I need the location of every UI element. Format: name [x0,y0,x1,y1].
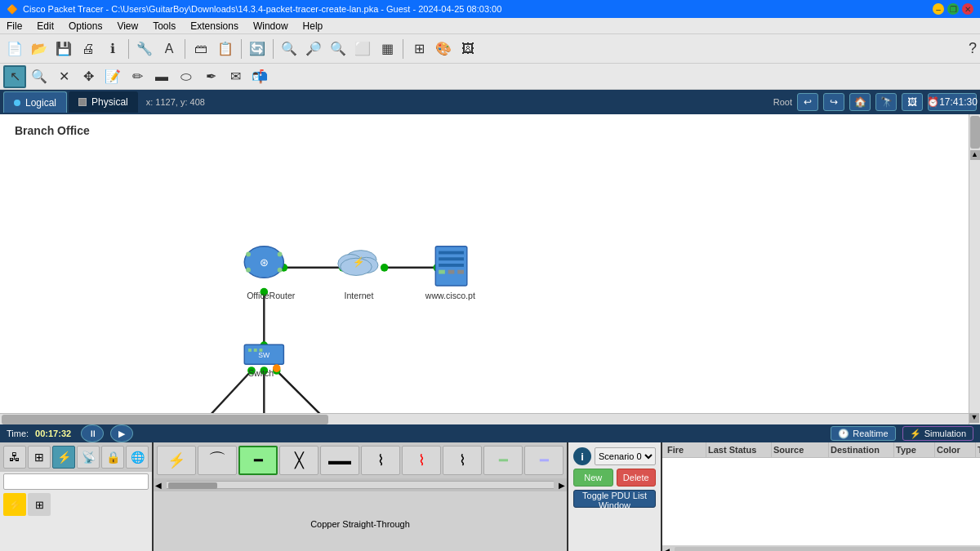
fiber-btn[interactable]: ━ [483,446,523,475]
back-button[interactable]: ↩ [797,93,818,111]
envelope-tool[interactable]: ✉ [224,65,247,88]
phone-btn[interactable]: ⌇ [443,446,482,475]
routers-btn[interactable]: 🖧 [3,446,26,469]
hubs-btn[interactable]: ⚡ [52,446,75,469]
inspect-icon[interactable]: 🔧 [133,38,156,60]
menu-file[interactable]: File [3,20,25,33]
save-icon[interactable]: 💾 [52,38,75,60]
zoom-icon[interactable]: 🔍 [327,38,350,60]
grid-layout-btn[interactable]: ⊞ [28,493,51,516]
pdu-icon[interactable]: 📋 [214,38,237,60]
new-file-icon[interactable]: 📄 [3,38,26,60]
menu-window[interactable]: Window [250,20,292,33]
cable-scroll-track [167,481,554,489]
horizontal-scrollbar[interactable] [0,413,969,424]
security-btn[interactable]: 🔒 [101,446,124,469]
cable-scroll-thumb[interactable] [168,482,217,489]
text-icon[interactable]: A [158,38,180,60]
delete-tool[interactable]: ✕ [52,65,75,88]
zoom-in-icon[interactable]: 🔍 [278,38,301,60]
wan-btn[interactable]: 🌐 [126,446,149,469]
search-tool[interactable]: 🔍 [28,65,51,88]
serial-dce-btn[interactable]: ⌇ [361,446,400,475]
console-cable-btn[interactable]: ⌒ [198,446,237,475]
scroll-right-btn[interactable]: ▶ [557,479,567,491]
lightning-bolt-btn[interactable]: ⚡ [3,493,26,516]
grid-icon[interactable]: ⊞ [408,38,430,60]
info-icon[interactable]: ℹ [101,38,124,60]
note-tool[interactable]: 📝 [101,65,124,88]
device-search-input[interactable] [3,473,149,490]
scenario-delete-btn[interactable]: Delete [617,469,657,487]
root-label: Root [773,97,792,107]
svg-rect-36 [448,270,455,274]
move-tool[interactable]: ✥ [77,65,100,88]
menu-help[interactable]: Help [300,20,327,33]
menu-tools[interactable]: Tools [149,20,179,33]
maximize-button[interactable]: ❐ [947,3,959,15]
horizontal-scrollbar-thumb[interactable] [2,415,328,424]
cluster-icon[interactable]: 🗃 [189,38,212,60]
zoom-out-icon[interactable]: 🔎 [302,38,325,60]
help-icon[interactable]: ? [969,40,977,57]
tab-logical[interactable]: Logical [3,91,67,113]
rollover-btn[interactable]: ▬▬ [320,446,359,475]
auto-cable-btn[interactable]: ⚡ [157,446,196,475]
crossover-btn[interactable]: ╳ [279,446,318,475]
svg-rect-35 [439,270,445,274]
tab-right-section: Root ↩ ↪ 🏠 🔭 🖼 ⏰ 17:41:30 [773,93,977,111]
usb-btn[interactable]: ━ [524,446,564,475]
menu-options[interactable]: Options [65,20,105,33]
serial-dte-btn[interactable]: ⌇ [402,446,441,475]
toggle-pdu-btn[interactable]: Toggle PDU List Window [573,490,656,508]
network-canvas[interactable]: Branch Office [0,114,969,413]
palette-icon[interactable]: 🎨 [432,38,455,60]
pencil-tool[interactable]: ✒ [199,65,222,88]
main-canvas-area[interactable]: ▲ ▼ Branch Office [0,114,980,424]
refresh-icon[interactable]: 🔄 [246,38,269,60]
col-color: Color [935,442,976,457]
straight-through-btn[interactable]: ━ [238,446,278,475]
open-file-icon[interactable]: 📂 [28,38,51,60]
home-button[interactable]: 🏠 [849,93,871,111]
scrollbar-thumb[interactable] [970,116,980,149]
menu-view[interactable]: View [114,20,141,33]
wireless-btn[interactable]: 📡 [77,446,100,469]
minimize-button[interactable]: – [933,3,944,15]
step-button[interactable]: ▶ [110,424,133,442]
select-tool[interactable]: ↖ [3,65,26,88]
print-icon[interactable]: 🖨 [77,38,100,60]
switches-btn[interactable]: ⊞ [28,446,51,469]
forward-button[interactable]: ↪ [823,93,844,111]
svg-point-23 [278,268,283,273]
cable-scroll[interactable]: ◀ ▶ [154,478,567,491]
simulation-button[interactable]: ⚡ Simulation [902,426,973,441]
draw-tool[interactable]: ✏ [126,65,149,88]
scroll-down-btn[interactable]: ▼ [969,413,979,423]
device-panel: 🖧 ⊞ ⚡ 📡 🔒 🌐 ⚡ ⊞ [0,442,154,551]
menu-edit[interactable]: Edit [33,20,57,33]
scenario-new-btn[interactable]: New [573,469,613,487]
realtime-button[interactable]: 🕐 Realtime [831,426,895,441]
pdu-tool[interactable]: 📬 [248,65,271,88]
event-scroll-track[interactable] [675,547,980,551]
scenario-icon[interactable]: 🖼 [457,38,479,60]
scenario-info-btn[interactable]: i [573,447,591,465]
event-scroll-left[interactable]: ◀ [662,545,671,551]
image-button[interactable]: 🖼 [902,93,923,111]
zoom-button[interactable]: 🔭 [875,93,897,111]
vertical-scrollbar[interactable]: ▲ ▼ [969,114,980,424]
oval-tool[interactable]: ⬭ [175,65,198,88]
col-destination: Destination [829,442,894,457]
tab-physical[interactable]: Physical [69,91,138,113]
scroll-up-btn[interactable]: ▲ [970,150,980,160]
title-bar: 🔶 Cisco Packet Tracer - C:\Users\GuitarB… [0,0,980,18]
scroll-left-btn[interactable]: ◀ [154,479,163,491]
fit-icon[interactable]: ⬜ [351,38,374,60]
menu-extensions[interactable]: Extensions [187,20,242,33]
layout-icon[interactable]: ▦ [376,38,399,60]
scenario-select[interactable]: Scenario 0 [595,447,656,465]
pause-button[interactable]: ⏸ [81,424,104,442]
close-button[interactable]: ✕ [962,3,973,15]
shape-tool[interactable]: ▬ [150,65,173,88]
